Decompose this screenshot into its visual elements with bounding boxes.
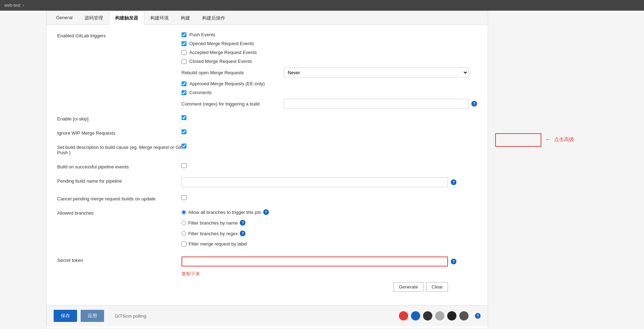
secret-token-help-icon[interactable]: ?	[451, 259, 456, 264]
save-button[interactable]: 保存	[54, 310, 77, 322]
icon-gray	[435, 311, 444, 320]
push-events-checkbox[interactable]	[182, 32, 186, 37]
radio-all-branches: Allow all branches to trigger this job ?	[182, 209, 269, 215]
pending-build-row: Pending build name for pipeline ?	[57, 176, 477, 189]
tab-source[interactable]: 源码管理	[79, 11, 109, 25]
comment-regex-input[interactable]: Jenkins please retry a build	[284, 99, 469, 109]
advanced-box	[495, 133, 541, 147]
ci-skip-control	[182, 115, 477, 120]
comments-label: Comments	[189, 90, 289, 95]
radio-filter-name-input[interactable]	[182, 221, 186, 225]
accepted-mr-label: Accepted Merge Request Events	[189, 50, 289, 55]
ignore-wip-checkbox[interactable]	[182, 129, 186, 134]
pending-build-label: Pending build name for pipeline	[57, 177, 182, 184]
rebuild-row: Rebuild open Merge Requests Never On pus…	[182, 68, 477, 77]
comment-regex-help-icon[interactable]: ?	[471, 101, 477, 107]
gitlab-triggers-section: Enabled GitLab triggers Push Events Open…	[57, 32, 477, 109]
tab-general[interactable]: General	[50, 11, 79, 25]
build-pipeline-row: Build on successful pipeline events	[57, 162, 477, 171]
apply-button[interactable]: 应用	[81, 310, 104, 322]
ci-skip-row: Enable [ci-skip]	[57, 114, 477, 123]
icon-dark	[423, 311, 432, 320]
filter-label-text: Filter merge request by label	[189, 241, 247, 247]
opened-mr-label: Opened Merge Request Events	[189, 41, 289, 46]
icon-red	[399, 311, 408, 320]
radio-filter-name: Filter branches by name ?	[182, 220, 245, 226]
radio-filter-regex: Filter branches by regex ?	[182, 231, 245, 236]
push-events-label: Push Events	[189, 32, 289, 37]
triggers-options: Push Events Opened Merge Request Events …	[182, 32, 477, 109]
cancel-pending-checkbox[interactable]	[182, 195, 186, 200]
secret-token-input[interactable]: 0d453cfd6715b528c04d4f9956090db6	[182, 257, 448, 266]
secret-input-row: 0d453cfd6715b528c04d4f9956090db6 ?	[182, 257, 456, 266]
filter-regex-help-icon[interactable]: ?	[240, 231, 245, 236]
build-pipeline-checkbox[interactable]	[182, 163, 186, 168]
allowed-branches-control: Allow all branches to trigger this job ?…	[182, 209, 477, 249]
generate-button[interactable]: Generate	[394, 282, 423, 292]
arrow-left-icon: ←	[545, 136, 551, 143]
secret-token-control: 0d453cfd6715b528c04d4f9956090db6 ? 复制下来 …	[182, 257, 477, 292]
icon-blue	[411, 311, 420, 320]
radio-all-branches-label: Allow all branches to trigger this job	[188, 210, 261, 215]
ignore-wip-label: Ignore WIP Merge Requests	[57, 129, 182, 136]
radio-filter-label: Filter merge request by label	[182, 241, 247, 247]
rebuild-select[interactable]: Never On push to source branch On push t…	[284, 68, 469, 77]
all-branches-help-icon[interactable]: ?	[263, 209, 269, 215]
pending-build-help-icon[interactable]: ?	[451, 179, 456, 185]
annotation-area: ← 点击高级	[488, 11, 644, 329]
trigger-accepted-mr: Accepted Merge Request Events	[182, 50, 477, 55]
gitscm-label: GITScm polling	[115, 313, 146, 319]
ignore-wip-control	[182, 129, 477, 134]
closed-mr-checkbox[interactable]	[182, 59, 186, 64]
main-container: General 源码管理 构建触发器 构建环境 构建 构建后操作 Enabled…	[0, 11, 644, 329]
icon-dark2	[447, 311, 456, 320]
copy-hint: 复制下来	[182, 271, 200, 277]
ci-skip-checkbox[interactable]	[182, 115, 186, 120]
content-area: General 源码管理 构建触发器 构建环境 构建 构建后操作 Enabled…	[46, 11, 488, 329]
trigger-push-events: Push Events	[182, 32, 477, 37]
tab-post-build[interactable]: 构建后操作	[196, 11, 231, 25]
left-sidebar	[0, 11, 46, 329]
set-build-desc-label: Set build description to build cause (eg…	[57, 144, 182, 155]
radio-filter-name-label: Filter branches by name	[188, 220, 238, 226]
rebuild-label: Rebuild open Merge Requests	[182, 70, 281, 75]
filter-name-help-icon[interactable]: ?	[240, 220, 245, 226]
gitlab-triggers-label: Enabled GitLab triggers	[57, 32, 182, 109]
radio-filter-regex-label: Filter branches by regex	[188, 231, 238, 236]
secret-token-row: Secret token 0d453cfd6715b528c04d4f99560…	[57, 255, 477, 293]
ci-skip-label: Enable [ci-skip]	[57, 115, 182, 122]
cancel-pending-row: Cancel pending merge request builds on u…	[57, 194, 477, 203]
set-build-desc-checkbox[interactable]	[182, 144, 186, 149]
allowed-branches-label: Allowed branches	[57, 209, 182, 216]
top-bar: web-test ›	[0, 0, 644, 11]
annotation-arrow-area: ← 点击高级	[545, 136, 574, 143]
pending-build-input[interactable]	[182, 177, 448, 187]
comment-regex-row: Comment (regex) for triggering a build J…	[182, 99, 477, 109]
opened-mr-checkbox[interactable]	[182, 41, 186, 46]
trigger-opened-mr: Opened Merge Request Events	[182, 41, 477, 46]
clear-button[interactable]: Clear	[426, 282, 448, 292]
filter-label-checkbox[interactable]	[182, 242, 186, 247]
radio-all-branches-input[interactable]	[182, 210, 186, 215]
breadcrumb-arrow: ›	[22, 3, 24, 8]
allowed-branches-row: Allowed branches Allow all branches to t…	[57, 208, 477, 250]
comment-regex-label: Comment (regex) for triggering a build	[182, 101, 281, 107]
ignore-wip-row: Ignore WIP Merge Requests	[57, 128, 477, 137]
form-body: Enabled GitLab triggers Push Events Open…	[47, 25, 488, 305]
radio-filter-regex-input[interactable]	[182, 231, 186, 236]
tab-build-env[interactable]: 构建环境	[144, 11, 175, 25]
cancel-pending-label: Cancel pending merge request builds on u…	[57, 195, 182, 201]
approved-mr-checkbox[interactable]	[182, 81, 186, 86]
pending-build-control: ?	[182, 177, 477, 187]
tab-build[interactable]: 构建	[175, 11, 196, 25]
annotation-text: 点击高级	[554, 136, 574, 143]
generate-clear-row: Generate Clear	[182, 282, 448, 292]
bottom-bar: 保存 应用 GITScm polling ?	[47, 305, 488, 326]
project-name[interactable]: web-test	[4, 3, 20, 8]
bottom-help-icon[interactable]: ?	[475, 313, 481, 319]
accepted-mr-checkbox[interactable]	[182, 50, 186, 55]
tab-build-trigger[interactable]: 构建触发器	[109, 11, 144, 25]
comments-checkbox[interactable]	[182, 90, 186, 95]
secret-token-label: Secret token	[57, 257, 182, 263]
build-pipeline-label: Build on successful pipeline events	[57, 163, 182, 169]
